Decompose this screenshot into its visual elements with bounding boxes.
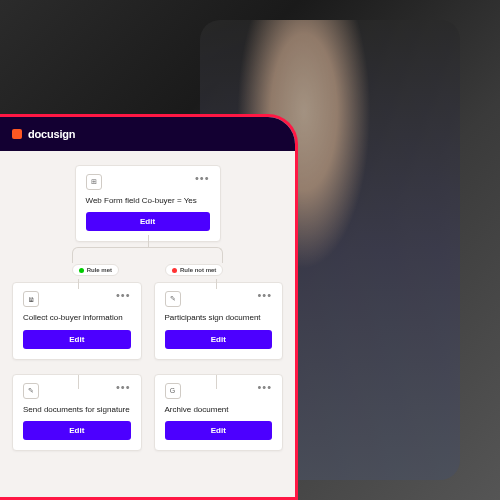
node-header: G ••• [165,383,273,399]
node-title: Send documents for signature [23,405,131,415]
status-dot-green-icon [79,268,84,273]
edit-button[interactable]: Edit [86,212,210,231]
archive-icon: G [165,383,181,399]
node-menu-icon[interactable]: ••• [116,291,131,299]
node-title: Archive document [165,405,273,415]
connector-line [72,247,223,263]
workflow-canvas: ⊞ ••• Web Form field Co-buyer = Yes Edit… [0,151,295,497]
workflow-node-send[interactable]: ✎ ••• Send documents for signature Edit [12,374,142,451]
connector-line [78,375,79,389]
connector-line [216,279,217,289]
condition-icon: ⊞ [86,174,102,190]
connector-line [78,279,79,289]
branch-pill-not-met[interactable]: Rule not met [165,264,223,276]
edit-button[interactable]: Edit [165,330,273,349]
brand-logo-icon [12,129,22,139]
branch-label: Rule met [87,267,112,273]
app-header: docusign [0,117,295,151]
send-icon: ✎ [23,383,39,399]
node-header: ⊞ ••• [86,174,210,190]
edit-button[interactable]: Edit [23,421,131,440]
workflow-node-root[interactable]: ⊞ ••• Web Form field Co-buyer = Yes Edit [75,165,221,242]
document-icon: 🗎 [23,291,39,307]
node-header: 🗎 ••• [23,291,131,307]
edit-button[interactable]: Edit [165,421,273,440]
brand-name: docusign [28,128,75,140]
status-dot-red-icon [172,268,177,273]
node-title: Collect co-buyer information [23,313,131,323]
node-menu-icon[interactable]: ••• [195,174,210,182]
edit-button[interactable]: Edit [23,330,131,349]
workflow-node-archive[interactable]: G ••• Archive document Edit [154,374,284,451]
node-header: ✎ ••• [165,291,273,307]
node-header: ✎ ••• [23,383,131,399]
node-title: Web Form field Co-buyer = Yes [86,196,210,206]
connector-line [148,235,149,247]
workflow-node-collect[interactable]: 🗎 ••• Collect co-buyer information Edit [12,282,142,359]
branch-labels: Rule met Rule not met [12,264,283,276]
sign-icon: ✎ [165,291,181,307]
node-menu-icon[interactable]: ••• [116,383,131,391]
branch-pill-met[interactable]: Rule met [72,264,119,276]
node-title: Participants sign document [165,313,273,323]
connector-line [216,375,217,389]
node-menu-icon[interactable]: ••• [257,291,272,299]
node-menu-icon[interactable]: ••• [257,383,272,391]
workflow-node-sign[interactable]: ✎ ••• Participants sign document Edit [154,282,284,359]
tablet-frame: docusign ⊞ ••• Web Form field Co-buyer =… [0,114,298,500]
branch-label: Rule not met [180,267,216,273]
